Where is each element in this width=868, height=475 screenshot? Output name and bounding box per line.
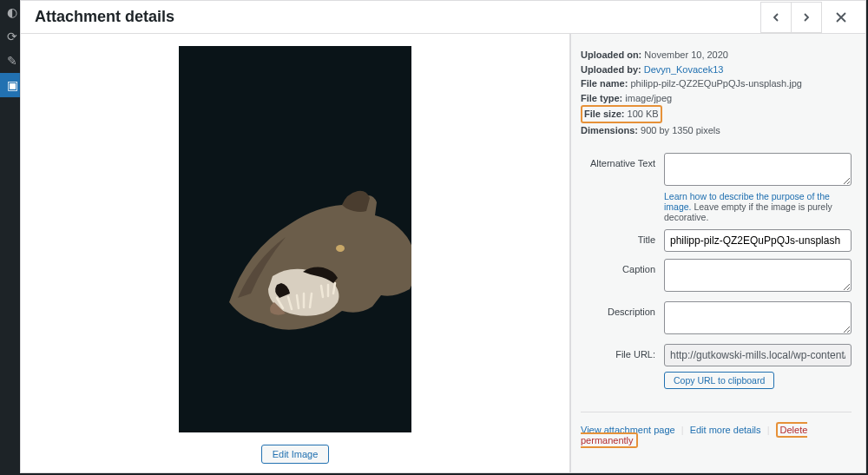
attachment-details-modal: Attachment details <box>20 0 866 473</box>
alt-text-row: Alternative Text Learn how to describe t… <box>581 153 852 222</box>
dimensions-label: Dimensions: <box>581 125 638 135</box>
svg-point-0 <box>336 245 345 252</box>
file-size-label: File size: <box>584 109 624 119</box>
uploaded-on-label: Uploaded on: <box>581 49 641 60</box>
next-button[interactable] <box>791 2 822 33</box>
file-size-value: 100 KB <box>628 109 659 119</box>
description-row: Description <box>581 301 852 337</box>
title-label: Title <box>581 229 664 245</box>
caption-input[interactable] <box>664 259 852 292</box>
uploaded-by-link[interactable]: Devyn_Kovacek13 <box>644 64 724 75</box>
description-input[interactable] <box>664 301 852 334</box>
file-type-value: image/jpeg <box>625 93 672 103</box>
meta-list: Uploaded on: November 10, 2020 Uploaded … <box>581 48 852 137</box>
close-button[interactable] <box>825 2 857 33</box>
file-size-highlight: File size: 100 KB <box>581 105 662 123</box>
attachment-preview-image <box>179 46 411 432</box>
alt-text-label: Alternative Text <box>581 153 664 168</box>
copy-url-button[interactable]: Copy URL to clipboard <box>664 372 774 389</box>
file-type-label: File type: <box>581 93 622 103</box>
edit-details-link[interactable]: Edit more details <box>690 425 761 435</box>
alt-help: Learn how to describe the purpose of the… <box>664 191 852 222</box>
header-nav <box>761 2 857 33</box>
modal-title: Attachment details <box>35 8 174 26</box>
modal-header: Attachment details <box>21 1 865 34</box>
file-name-value: philipp-pilz-QZ2EQuPpQJs-unsplash.jpg <box>630 78 801 89</box>
prev-button[interactable] <box>760 2 792 33</box>
file-url-row: File URL: Copy URL to clipboard <box>581 344 852 389</box>
caption-row: Caption <box>581 259 852 294</box>
title-input[interactable] <box>664 229 852 252</box>
separator: | <box>767 425 770 435</box>
file-url-label: File URL: <box>581 344 664 360</box>
details-pane: Uploaded on: November 10, 2020 Uploaded … <box>570 34 865 472</box>
caption-label: Caption <box>581 259 664 274</box>
wolf-image <box>220 172 411 380</box>
uploaded-on-value: November 10, 2020 <box>644 49 728 60</box>
dimensions-value: 900 by 1350 pixels <box>641 125 720 135</box>
title-row: Title <box>581 229 852 252</box>
actions-row: View attachment page | Edit more details… <box>581 412 852 445</box>
file-name-label: File name: <box>581 78 628 89</box>
separator: | <box>681 425 684 435</box>
edit-image-button[interactable]: Edit Image <box>261 445 330 464</box>
preview-pane: Edit Image <box>21 34 570 472</box>
alt-text-input[interactable] <box>664 153 852 186</box>
description-label: Description <box>581 301 664 317</box>
uploaded-by-label: Uploaded by: <box>581 64 641 75</box>
modal-body: Edit Image Uploaded on: November 10, 202… <box>21 34 865 472</box>
file-url-input[interactable] <box>664 344 852 366</box>
